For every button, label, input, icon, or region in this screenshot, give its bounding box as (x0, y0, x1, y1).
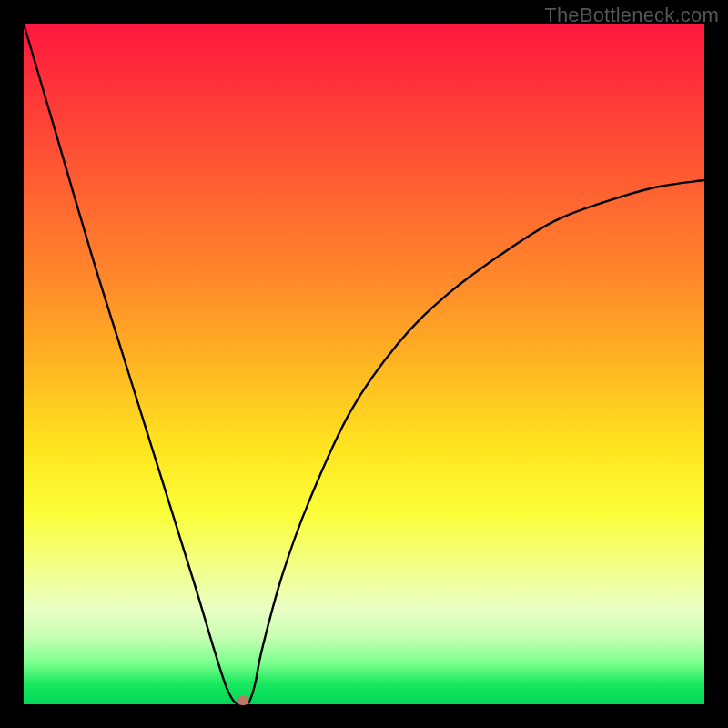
plot-area (24, 24, 704, 704)
optimal-point-marker (237, 696, 248, 705)
bottleneck-curve (24, 24, 704, 704)
chart-frame: TheBottleneck.com (0, 0, 728, 728)
